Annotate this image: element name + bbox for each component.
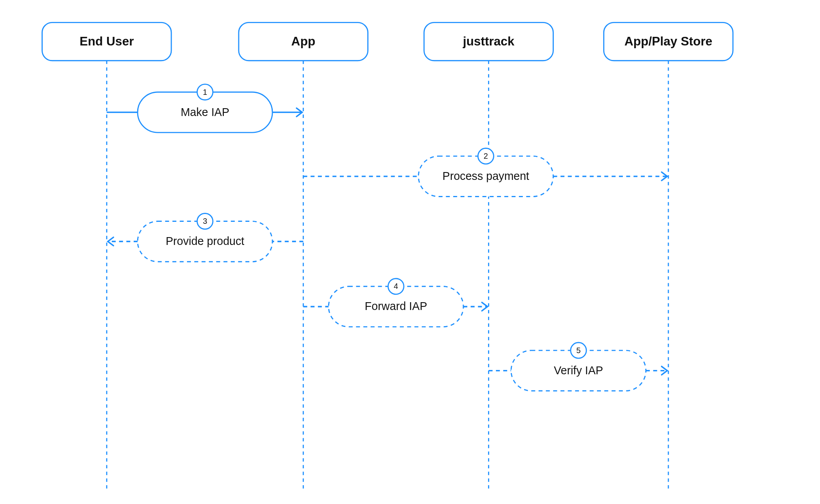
participant-label-store: App/Play Store: [624, 34, 712, 48]
svg-text:5: 5: [576, 346, 581, 355]
sequence-diagram: End UserAppjusttrackApp/Play StoreMake I…: [0, 0, 820, 504]
message-label-4: Forward IAP: [365, 300, 427, 312]
participant-label-justtrack: justtrack: [463, 34, 515, 48]
message-label-1: Make IAP: [181, 106, 229, 118]
message-label-3: Provide product: [166, 235, 245, 247]
participant-label-app: App: [291, 34, 315, 48]
participant-label-end_user: End User: [80, 34, 134, 48]
svg-text:1: 1: [203, 88, 207, 96]
svg-text:4: 4: [394, 282, 398, 290]
message-label-2: Process payment: [443, 170, 529, 182]
svg-text:2: 2: [484, 152, 488, 160]
svg-text:3: 3: [203, 217, 207, 225]
message-label-5: Verify IAP: [554, 364, 603, 377]
